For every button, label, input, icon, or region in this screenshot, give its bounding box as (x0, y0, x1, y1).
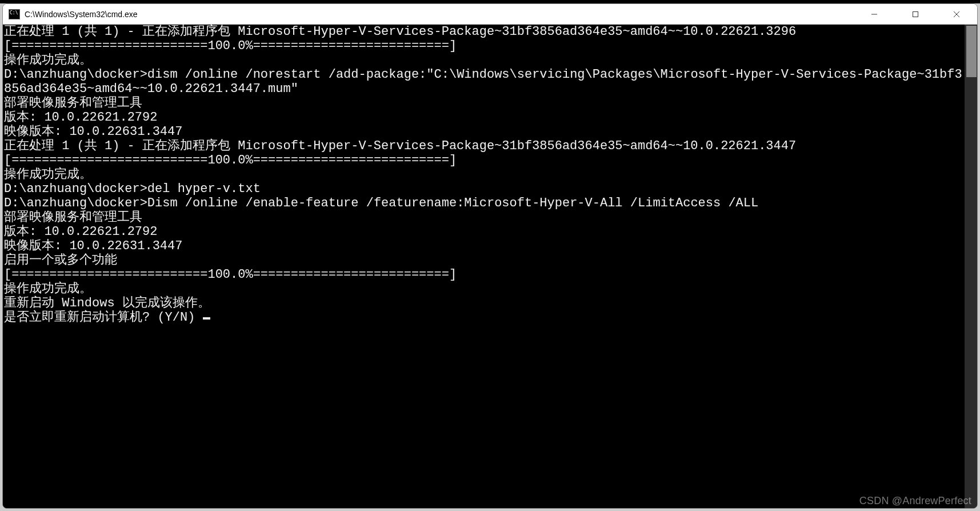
minimize-icon (871, 11, 878, 18)
terminal-line: D:\anzhuang\docker>Dism /online /enable-… (4, 196, 962, 210)
cursor (203, 317, 210, 320)
terminal-line: 操作成功完成。 (4, 167, 962, 182)
minimize-button[interactable] (854, 4, 895, 24)
terminal-line: 映像版本: 10.0.22631.3447 (4, 125, 962, 139)
cmd-icon (9, 9, 20, 19)
terminal-line: D:\anzhuang\docker>dism /online /noresta… (4, 67, 962, 96)
terminal-line: 正在处理 1 (共 1) - 正在添加程序包 Microsoft-Hyper-V… (4, 25, 962, 39)
terminal-line: 部署映像服务和管理工具 (4, 210, 962, 225)
cmd-window: C:\Windows\System32\cmd.exe 正在处理 1 (共 1)… (2, 3, 978, 509)
terminal-line: [==========================100.0%=======… (4, 153, 962, 167)
terminal-line: 启用一个或多个功能 (4, 253, 962, 268)
maximize-button[interactable] (895, 4, 936, 24)
terminal-area: 正在处理 1 (共 1) - 正在添加程序包 Microsoft-Hyper-V… (3, 25, 977, 508)
window-title: C:\Windows\System32\cmd.exe (25, 10, 138, 19)
maximize-icon (912, 11, 919, 18)
scrollbar[interactable] (965, 25, 977, 508)
terminal-line: 版本: 10.0.22621.2792 (4, 225, 962, 239)
terminal-line: 部署映像服务和管理工具 (4, 96, 962, 110)
terminal-line: 正在处理 1 (共 1) - 正在添加程序包 Microsoft-Hyper-V… (4, 139, 962, 153)
terminal-line: D:\anzhuang\docker>del hyper-v.txt (4, 182, 962, 196)
terminal-line: 是否立即重新启动计算机? (Y/N) (4, 310, 962, 325)
svg-rect-1 (913, 11, 918, 17)
terminal-line: [==========================100.0%=======… (4, 39, 962, 53)
terminal-line: 操作成功完成。 (4, 282, 962, 296)
close-icon (953, 11, 960, 18)
scrollbar-thumb[interactable] (966, 26, 977, 77)
terminal-line: [==========================100.0%=======… (4, 268, 962, 282)
terminal-line: 映像版本: 10.0.22631.3447 (4, 239, 962, 253)
terminal-output[interactable]: 正在处理 1 (共 1) - 正在添加程序包 Microsoft-Hyper-V… (3, 25, 963, 508)
window-controls (854, 4, 977, 24)
close-button[interactable] (936, 4, 977, 24)
titlebar[interactable]: C:\Windows\System32\cmd.exe (3, 4, 977, 25)
terminal-line: 操作成功完成。 (4, 53, 962, 67)
terminal-line: 重新启动 Windows 以完成该操作。 (4, 296, 962, 310)
terminal-line: 版本: 10.0.22621.2792 (4, 110, 962, 125)
